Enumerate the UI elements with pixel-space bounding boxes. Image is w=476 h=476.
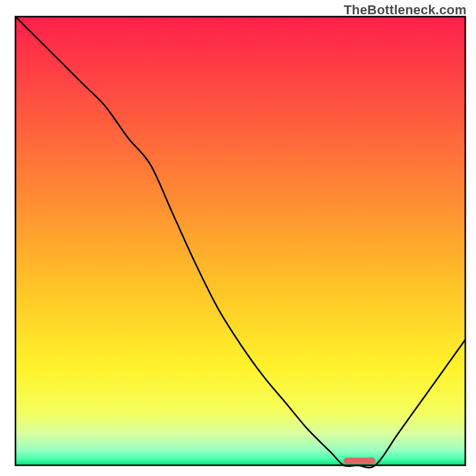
optimal-marker: [344, 458, 375, 464]
bottleneck-chart: [0, 0, 476, 476]
chart-container: TheBottleneck.com: [0, 0, 476, 476]
